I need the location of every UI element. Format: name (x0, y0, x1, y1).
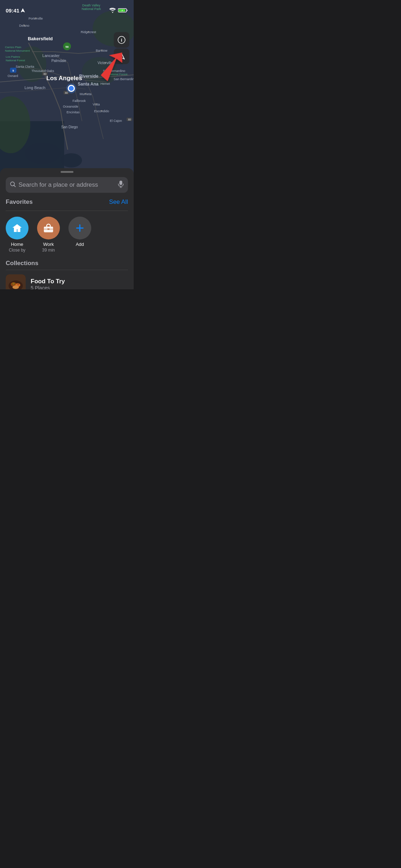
work-sublabel: 39 min (42, 248, 55, 253)
favorites-row: Home Close by Work 39 min (6, 217, 128, 253)
collection-item[interactable]: Food To Try 5 Places (0, 274, 134, 289)
add-label: Add (76, 242, 84, 247)
svg-text:Oceanside: Oceanside (63, 105, 78, 108)
svg-text:San Bernardino: San Bernardino (114, 77, 134, 81)
svg-text:Los Padres: Los Padres (6, 55, 20, 58)
svg-text:Hemet: Hemet (101, 82, 110, 86)
status-time: 09:41 (6, 7, 25, 14)
collections-divider (6, 270, 128, 270)
svg-point-81 (17, 284, 19, 285)
info-icon: i (118, 36, 125, 44)
svg-text:Santa Ana: Santa Ana (78, 82, 99, 87)
collections-section: Collections Food To Try 5 Places (0, 260, 134, 289)
work-label: Work (43, 242, 54, 247)
favorite-work[interactable]: Work 39 min (37, 217, 60, 253)
location-button[interactable] (114, 48, 129, 64)
microphone-icon[interactable] (118, 181, 124, 190)
time-display: 09:41 (6, 7, 19, 14)
svg-text:San Diego: San Diego (61, 125, 78, 129)
svg-text:5: 5 (12, 69, 14, 72)
svg-text:Long Beach: Long Beach (25, 86, 46, 90)
collection-thumbnail (6, 274, 26, 289)
battery-icon (118, 8, 128, 13)
work-icon-bg (37, 217, 60, 239)
svg-text:3D: 3D (128, 118, 131, 121)
svg-point-52 (35, 17, 36, 19)
svg-text:Oxnard: Oxnard (7, 74, 18, 78)
status-right-icons (109, 8, 128, 13)
svg-point-80 (12, 283, 15, 285)
drag-handle[interactable] (61, 171, 73, 173)
svg-rect-72 (47, 228, 50, 230)
home-label: Home (11, 242, 24, 247)
svg-point-55 (101, 50, 102, 51)
favorites-divider (6, 211, 128, 211)
search-bar[interactable]: Search for a place or address (6, 177, 128, 193)
svg-text:Encinitas: Encinitas (67, 110, 80, 114)
svg-text:Fallbrook: Fallbrook (72, 99, 86, 103)
svg-point-59 (101, 110, 102, 112)
search-icon (10, 181, 16, 188)
bottom-sheet: Search for a place or address Favorites … (0, 168, 134, 289)
svg-text:3D: 3D (65, 92, 68, 94)
svg-point-58 (96, 103, 97, 105)
svg-text:National Forest: National Forest (108, 73, 128, 76)
svg-text:Riverside: Riverside (79, 74, 98, 79)
collection-count: 5 Places (31, 285, 128, 289)
svg-text:San Bernardino: San Bernardino (103, 69, 125, 73)
svg-text:Lancaster: Lancaster (42, 53, 60, 58)
favorites-header: Favorites See All (6, 198, 128, 206)
svg-text:58: 58 (66, 45, 69, 48)
collection-name: Food To Try (31, 278, 128, 285)
user-location-dot (68, 85, 75, 92)
svg-text:El Cajon: El Cajon (110, 119, 122, 123)
favorite-home[interactable]: Home Close by (6, 217, 29, 253)
favorites-section: Favorites See All Home Close by (0, 198, 134, 253)
svg-point-79 (12, 285, 19, 289)
favorites-title: Favorites (6, 198, 33, 206)
map-svg: 5 58 3D 3D 3D Death Valley National Park… (0, 0, 134, 175)
svg-text:Santa Clarita: Santa Clarita (16, 65, 34, 68)
svg-text:i: i (121, 37, 122, 43)
svg-rect-67 (119, 181, 122, 185)
svg-text:Bakersfield: Bakersfield (28, 36, 53, 41)
wifi-icon (109, 8, 116, 13)
see-all-button[interactable]: See All (109, 198, 128, 206)
svg-text:Thousand Oaks: Thousand Oaks (31, 69, 54, 73)
svg-point-53 (24, 25, 25, 26)
location-arrow-icon (21, 8, 25, 12)
food-thumbnail (6, 274, 26, 289)
navigate-icon (118, 53, 125, 60)
svg-text:National Monument: National Monument (5, 49, 30, 52)
collections-title: Collections (0, 260, 134, 267)
svg-line-66 (14, 185, 15, 187)
search-placeholder: Search for a place or address (19, 181, 115, 188)
home-sublabel: Close by (9, 248, 26, 253)
add-icon-bg (68, 217, 91, 239)
add-icon (75, 223, 85, 233)
search-container: Search for a place or address (0, 177, 134, 193)
svg-point-8 (61, 153, 82, 167)
svg-point-54 (88, 31, 89, 32)
map-area[interactable]: 5 58 3D 3D 3D Death Valley National Park… (0, 0, 134, 175)
info-button[interactable]: i (114, 32, 129, 48)
map-controls: i (114, 32, 129, 64)
status-bar: 09:41 (0, 0, 134, 16)
svg-point-57 (85, 93, 86, 94)
svg-text:National Forest: National Forest (6, 59, 25, 62)
collection-info: Food To Try 5 Places (31, 278, 128, 289)
home-icon-bg (6, 217, 29, 239)
svg-rect-61 (127, 10, 128, 11)
briefcase-icon (43, 223, 54, 233)
svg-point-7 (25, 143, 61, 164)
home-icon (12, 223, 22, 233)
svg-text:Los Angeles: Los Angeles (46, 75, 82, 82)
svg-text:Carrizo Plain: Carrizo Plain (5, 46, 21, 49)
favorite-add[interactable]: Add (68, 217, 91, 253)
svg-point-56 (104, 62, 106, 63)
svg-text:Palmdale: Palmdale (51, 59, 66, 63)
